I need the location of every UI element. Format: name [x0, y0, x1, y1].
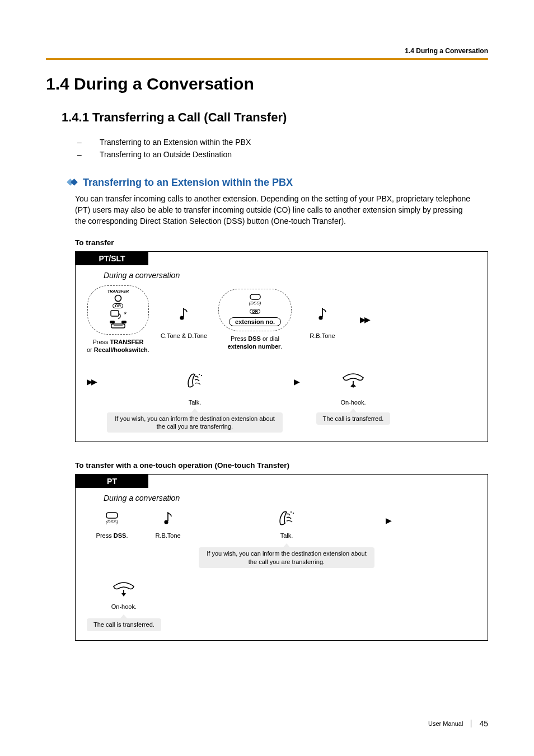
subsection-heading: 1.4.1 Transferring a Call (Call Transfer… [46, 110, 488, 125]
step-onhook: On-hook. [87, 579, 160, 611]
flow-context: During a conversation [104, 494, 476, 503]
step-tone: R.B.Tone [148, 508, 188, 539]
svg-point-8 [318, 316, 322, 320]
step-dss-or-ext: (DSS) OR extension no. Press DSS or dial… [218, 289, 292, 351]
topic-heading: Transferring to an Extension within the … [83, 177, 293, 189]
flow-ptslt: PT/SLT During a conversation TRANSFER OR… [75, 251, 488, 442]
svg-point-14 [291, 511, 292, 513]
dss-label: (DSS) [106, 519, 118, 524]
svg-point-15 [293, 513, 294, 514]
step-caption: Press DSS or dial extension number. [228, 335, 283, 351]
footer-page-number: 45 [479, 719, 488, 728]
step-caption: Press DSS. [96, 532, 128, 539]
procedure-label: To transfer with a one-touch operation (… [75, 461, 488, 469]
or-label: OR [113, 303, 123, 308]
page-footer: User Manual 45 [428, 719, 488, 728]
note-inform: If you wish, you can inform the destinat… [199, 547, 374, 568]
onhook-icon [341, 372, 366, 389]
tone-icon [178, 307, 189, 321]
svg-rect-3 [110, 321, 115, 323]
diamond-icon [68, 178, 77, 187]
onhook-caption: On-hook. [111, 603, 137, 611]
continue-icon: ▶▶ [360, 315, 369, 324]
talk-icon [185, 371, 205, 390]
or-label: OR [250, 309, 260, 314]
tone-caption: R.B.Tone [310, 332, 335, 340]
step-tone: R.B.Tone [303, 299, 342, 340]
asterisk: * [124, 311, 127, 318]
footer-manual: User Manual [428, 720, 463, 727]
note-inform: If you wish, you can inform the destinat… [107, 412, 283, 433]
step-press-transfer: TRANSFER OR * Press TRANSFER or Re [87, 285, 149, 354]
tone-icon [162, 511, 174, 525]
svg-point-10 [201, 375, 202, 376]
step-onhook: On-hook. [311, 366, 395, 406]
section-heading: 1.4 During a Conversation [46, 74, 488, 93]
intro-paragraph: You can transfer incoming calls to anoth… [75, 193, 474, 227]
note-transferred: The call is transferred. [316, 412, 391, 425]
toc-item: Transferring to an Outside Destination [77, 148, 488, 161]
running-header: 1.4 During a Conversation [46, 47, 488, 55]
svg-rect-4 [121, 321, 127, 323]
dss-button-icon [106, 512, 118, 519]
svg-rect-7 [250, 294, 260, 299]
button-icon [114, 294, 122, 302]
arrow-icon: ▶ [294, 377, 300, 386]
talk-caption: Talk. [280, 532, 293, 539]
step-talk: Talk. [153, 366, 237, 406]
dss-label: (DSS) [249, 300, 261, 306]
flow-pt: PT During a conversation (DSS) Press DSS… [75, 474, 488, 640]
svg-rect-12 [106, 513, 118, 518]
flow-tab: PT/SLT [76, 252, 148, 265]
svg-point-9 [199, 374, 200, 375]
procedure-label: To transfer [75, 238, 488, 247]
tone-icon [317, 307, 328, 321]
toc-list: Transferring to an Extension within the … [77, 136, 488, 161]
dss-button-icon [250, 294, 261, 300]
footer-divider [471, 720, 471, 727]
ext-no-pill: extension no. [229, 317, 281, 326]
talk-icon [277, 509, 297, 528]
arrow-icon: ▶ [386, 516, 392, 525]
onhook-caption: On-hook. [340, 398, 366, 406]
step-press-dss: (DSS) Press DSS. [87, 508, 137, 539]
note-transferred: The call is transferred. [87, 618, 161, 631]
topic-heading-row: Transferring to an Extension within the … [68, 177, 488, 189]
tone-caption: R.B.Tone [155, 532, 180, 539]
svg-marker-16 [121, 593, 126, 597]
step-talk: Talk. [242, 508, 331, 539]
tone-caption: C.Tone & D.Tone [161, 332, 207, 340]
svg-rect-1 [111, 311, 119, 316]
step-tone: C.Tone & D.Tone [161, 299, 207, 340]
svg-point-0 [115, 295, 121, 301]
transfer-label: TRANSFER [107, 289, 129, 293]
talk-caption: Talk. [189, 398, 202, 406]
step-caption: Press TRANSFER or Recall/hookswitch. [87, 338, 149, 354]
hookswitch-icon [110, 321, 127, 330]
page: 1.4 During a Conversation 1.4 During a C… [0, 0, 534, 756]
toc-item: Transferring to an Extension within the … [77, 136, 488, 148]
svg-point-13 [164, 520, 168, 524]
continue-icon: ▶▶ [87, 377, 96, 386]
svg-point-6 [180, 316, 184, 320]
flow-tab: PT [76, 475, 148, 488]
header-rule [46, 58, 488, 60]
flow-context: During a conversation [104, 271, 476, 280]
onhook-icon [111, 581, 136, 598]
recall-button-icon [110, 309, 122, 320]
